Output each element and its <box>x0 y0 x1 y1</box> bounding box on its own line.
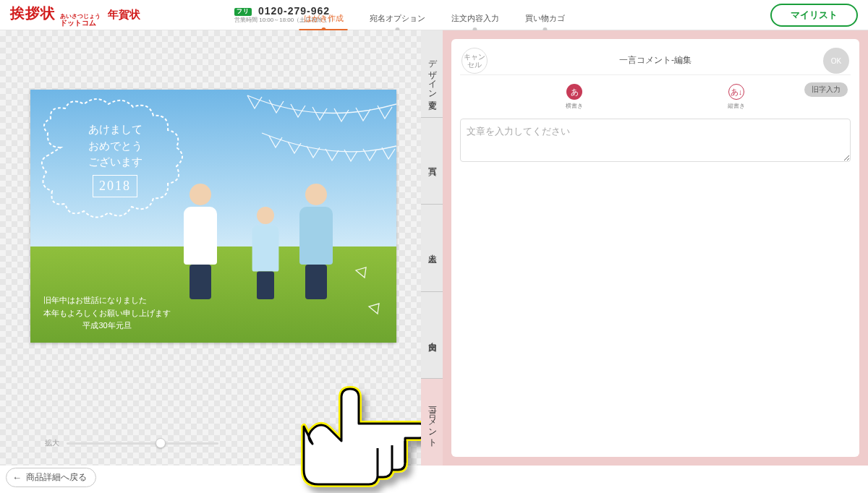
cancel-button[interactable]: キャン セル <box>461 48 488 74</box>
back-to-product-button[interactable]: ← 商品詳細へ戻る <box>6 468 96 487</box>
ok-button[interactable]: OK <box>823 48 849 74</box>
design-canvas[interactable]: あけまして おめでとう ございます 2018 旧年中はお世話になりました 本年も… <box>0 30 421 466</box>
tab-sender[interactable]: 差出人 <box>421 205 443 292</box>
work-area: あけまして おめでとう ございます 2018 旧年中はお世話になりました 本年も… <box>0 30 868 466</box>
orientation-row: あ 横書き あ↓ 縦書き 旧字入力 <box>460 75 851 113</box>
person-2 <box>245 207 286 299</box>
tab-design-change[interactable]: デザイン変更 <box>421 30 443 118</box>
greeting-year: 2018 <box>93 175 137 197</box>
logo-ruby-block: あいさつじょう ドットコム <box>60 14 101 27</box>
orientation-vertical[interactable]: あ↓ 縦書き <box>728 84 745 110</box>
comment-editor-panel: キャン セル 一言コメント-編集 OK あ 横書き あ↓ 縦書き 旧字入力 <box>443 30 868 466</box>
zoom-label: 拡大 <box>45 438 59 448</box>
old-char-button[interactable]: 旧字入力 <box>804 82 848 97</box>
step-hagaki[interactable]: はがき作成 <box>304 13 344 30</box>
freecall-icon: フリ <box>234 8 252 16</box>
logo-main: 挨拶状 <box>10 4 56 23</box>
greeting-bubble: あけまして おめでとう ございます 2018 <box>39 97 191 227</box>
orientation-h-icon: あ <box>566 84 582 100</box>
tab-comment[interactable]: 一言コメント <box>421 379 443 466</box>
comment-textarea[interactable] <box>460 119 851 162</box>
tab-photo[interactable]: 写真 <box>421 118 443 205</box>
postcard-preview[interactable]: あけまして おめでとう ございます 2018 旧年中はお世話になりました 本年も… <box>30 90 396 343</box>
tab-freetext[interactable]: 自由文 <box>421 292 443 380</box>
person-3 <box>291 184 341 299</box>
zoom-thumb[interactable] <box>156 438 166 448</box>
logo-dotcom: ドットコム <box>60 20 101 27</box>
site-logo: 挨拶状 あいさつじょう ドットコム 年賀状 <box>10 4 140 27</box>
mylist-button[interactable]: マイリスト <box>770 4 858 27</box>
step-atena[interactable]: 宛名オプション <box>370 13 425 30</box>
arrow-left-icon: ← <box>12 472 22 483</box>
progress-steps: はがき作成 宛名オプション 注文内容入力 買い物カゴ <box>304 13 565 30</box>
step-order[interactable]: 注文内容入力 <box>451 13 499 30</box>
person-1 <box>175 184 226 299</box>
zoom-track[interactable] <box>67 442 218 445</box>
step-cart[interactable]: 買い物カゴ <box>525 13 565 30</box>
comment-editor: キャン セル 一言コメント-編集 OK あ 横書き あ↓ 縦書き 旧字入力 <box>451 39 859 457</box>
side-tabs: デザイン変更 写真 差出人 自由文 一言コメント <box>421 30 443 466</box>
editor-title: 一言コメント-編集 <box>619 54 692 67</box>
postcard-footer-text: 旧年中はお世話になりました 本年もよろしくお願い申し上げます 平成30年元旦 <box>43 294 171 333</box>
orientation-v-icon: あ↓ <box>728 84 744 100</box>
app-header: 挨拶状 あいさつじょう ドットコム 年賀状 フリ 0120-279-962 営業… <box>0 0 868 30</box>
back-button-label: 商品詳細へ戻る <box>26 471 87 484</box>
pointer-hand-icon <box>289 376 427 493</box>
orientation-horizontal[interactable]: あ 横書き <box>566 84 583 110</box>
logo-sub: 年賀状 <box>108 8 140 22</box>
zoom-slider[interactable]: 拡大 <box>45 438 218 448</box>
greeting-text: あけまして おめでとう ございます 2018 <box>39 97 191 197</box>
editor-header: キャン セル 一言コメント-編集 OK <box>460 46 851 75</box>
